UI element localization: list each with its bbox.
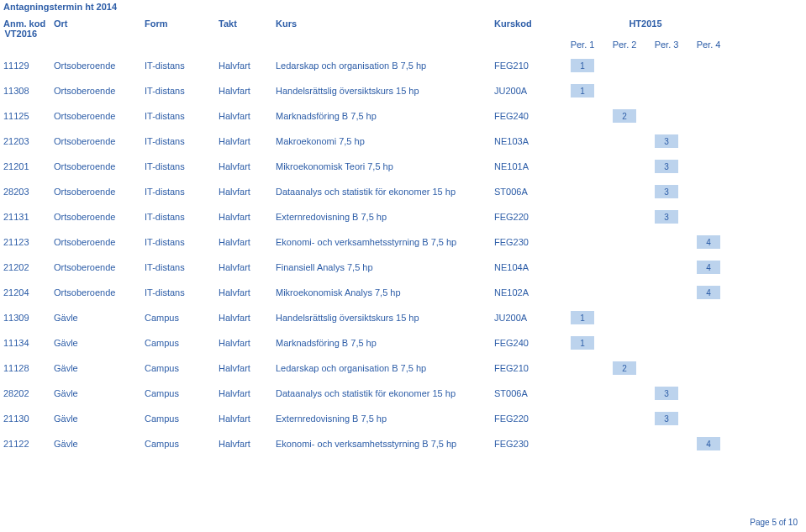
page-title: Antagningstermin ht 2014 bbox=[0, 0, 806, 18]
period-cell: 2 bbox=[603, 361, 645, 375]
col-ort: Ort bbox=[54, 18, 145, 29]
period-chip: 2 bbox=[613, 361, 636, 375]
cell-ort: Gävle bbox=[54, 363, 145, 373]
cell-ort: Gävle bbox=[54, 338, 145, 348]
cell-ort: Ortsoberoende bbox=[54, 136, 145, 146]
cell-kurs: Dataanalys och statistik för ekonomer 15… bbox=[276, 187, 494, 197]
period-chip: 3 bbox=[655, 387, 678, 400]
period-cell: 2 bbox=[603, 109, 645, 123]
period-cell: 3 bbox=[645, 134, 687, 148]
period-cell: 4 bbox=[687, 261, 730, 274]
period-chip: 4 bbox=[697, 235, 720, 249]
cell-ort: Gävle bbox=[54, 388, 145, 398]
cell-ort: Ortsoberoende bbox=[54, 161, 145, 171]
table-row: 21202OrtsoberoendeIT-distansHalvfartFina… bbox=[0, 255, 806, 280]
cell-kod: 11308 bbox=[3, 86, 54, 96]
period-cell: 3 bbox=[645, 387, 687, 400]
period-cell: 4 bbox=[687, 286, 730, 299]
table-row: 28202GävleCampusHalvfartDataanalys och s… bbox=[0, 381, 806, 406]
cell-ort: Gävle bbox=[54, 413, 145, 424]
cell-form: Campus bbox=[145, 413, 219, 424]
cell-kod: 11128 bbox=[3, 363, 54, 373]
period-cell: 3 bbox=[645, 185, 687, 198]
table-row: 21203OrtsoberoendeIT-distansHalvfartMakr… bbox=[0, 129, 806, 154]
col-per3: Per. 3 bbox=[645, 40, 687, 50]
cell-kurskod: NE101A bbox=[494, 161, 561, 171]
table-row: 21123OrtsoberoendeIT-distansHalvfartEkon… bbox=[0, 229, 806, 255]
cell-kurs: Marknadsföring B 7,5 hp bbox=[276, 111, 494, 121]
spacer bbox=[3, 40, 54, 50]
cell-kurs: Externredovisning B 7,5 hp bbox=[276, 413, 494, 424]
cell-kurs: Mikroekonomisk Teori 7,5 hp bbox=[276, 161, 494, 171]
cell-ort: Ortsoberoende bbox=[54, 86, 145, 96]
spacer bbox=[54, 40, 145, 50]
cell-kurs: Makroekonomi 7,5 hp bbox=[276, 136, 494, 146]
cell-kod: 11125 bbox=[3, 111, 54, 121]
period-chip: 1 bbox=[571, 311, 594, 324]
cell-kurs: Finansiell Analys 7,5 hp bbox=[276, 262, 494, 272]
table-row: 11134GävleCampusHalvfartMarknadsföring B… bbox=[0, 330, 806, 356]
cell-kod: 21122 bbox=[3, 439, 54, 449]
period-chip: 3 bbox=[655, 134, 678, 148]
period-cell: 3 bbox=[645, 210, 687, 224]
cell-kurskod: FEG210 bbox=[494, 61, 561, 71]
table-row: 21131OrtsoberoendeIT-distansHalvfartExte… bbox=[0, 204, 806, 229]
cell-takt: Halvfart bbox=[219, 187, 276, 197]
cell-ort: Ortsoberoende bbox=[54, 262, 145, 272]
column-header-row: Anm. kod Ort Form Takt Kurs Kurskod HT20… bbox=[0, 18, 806, 40]
table-row: 21130GävleCampusHalvfartExternredovisnin… bbox=[0, 406, 806, 431]
cell-ort: Ortsoberoende bbox=[54, 61, 145, 71]
cell-form: IT-distans bbox=[145, 86, 219, 96]
period-cell: 4 bbox=[687, 235, 730, 249]
col-form: Form bbox=[145, 18, 219, 29]
cell-kurskod: JU200A bbox=[494, 86, 561, 96]
table-row: 11128GävleCampusHalvfartLedarskap och or… bbox=[0, 356, 806, 381]
cell-form: Campus bbox=[145, 439, 219, 449]
cell-takt: Halvfart bbox=[219, 363, 276, 373]
cell-ort: Ortsoberoende bbox=[54, 111, 145, 121]
cell-takt: Halvfart bbox=[219, 413, 276, 424]
period-chip: 4 bbox=[697, 286, 720, 299]
cell-ort: Ortsoberoende bbox=[54, 212, 145, 222]
period-chip: 1 bbox=[571, 59, 594, 72]
cell-kod: 21130 bbox=[3, 413, 54, 424]
cell-takt: Halvfart bbox=[219, 111, 276, 121]
cell-kurs: Ekonomi- och verksamhetsstyrning B 7,5 h… bbox=[276, 439, 494, 449]
spacer bbox=[494, 40, 561, 50]
page-frame: Antagningstermin ht 2014 Anm. kod Ort Fo… bbox=[0, 0, 806, 532]
cell-takt: Halvfart bbox=[219, 86, 276, 96]
cell-kod: 11309 bbox=[3, 313, 54, 323]
cell-ort: Ortsoberoende bbox=[54, 187, 145, 197]
period-cell: 3 bbox=[645, 412, 687, 425]
cell-takt: Halvfart bbox=[219, 338, 276, 348]
period-chip: 1 bbox=[571, 336, 594, 350]
col-kurskod: Kurskod bbox=[494, 18, 561, 29]
table-body: 11129OrtsoberoendeIT-distansHalvfartLeda… bbox=[0, 53, 806, 456]
cell-kurskod: FEG230 bbox=[494, 237, 561, 247]
table-row: 21201OrtsoberoendeIT-distansHalvfartMikr… bbox=[0, 154, 806, 179]
period-cell: 3 bbox=[645, 160, 687, 173]
period-chip: 3 bbox=[655, 185, 678, 198]
period-chip: 3 bbox=[655, 160, 678, 173]
cell-form: Campus bbox=[145, 388, 219, 398]
col-ht2015: HT2015 bbox=[561, 18, 730, 29]
cell-kurs: Externredovisning B 7,5 hp bbox=[276, 212, 494, 222]
period-chip: 3 bbox=[655, 210, 678, 224]
cell-form: Campus bbox=[145, 363, 219, 373]
col-takt: Takt bbox=[219, 18, 276, 29]
cell-form: IT-distans bbox=[145, 136, 219, 146]
table-row: 11129OrtsoberoendeIT-distansHalvfartLeda… bbox=[0, 53, 806, 78]
table-row: 11308OrtsoberoendeIT-distansHalvfartHand… bbox=[0, 78, 806, 103]
cell-takt: Halvfart bbox=[219, 161, 276, 171]
cell-kurskod: NE103A bbox=[494, 136, 561, 146]
cell-form: IT-distans bbox=[145, 237, 219, 247]
cell-kurskod: NE102A bbox=[494, 287, 561, 298]
table-row: 28203OrtsoberoendeIT-distansHalvfartData… bbox=[0, 179, 806, 204]
cell-kurskod: NE104A bbox=[494, 262, 561, 272]
cell-takt: Halvfart bbox=[219, 212, 276, 222]
cell-form: IT-distans bbox=[145, 161, 219, 171]
spacer bbox=[145, 40, 219, 50]
cell-kurskod: FEG240 bbox=[494, 338, 561, 348]
cell-kurskod: FEG220 bbox=[494, 212, 561, 222]
cell-kod: 21202 bbox=[3, 262, 54, 272]
